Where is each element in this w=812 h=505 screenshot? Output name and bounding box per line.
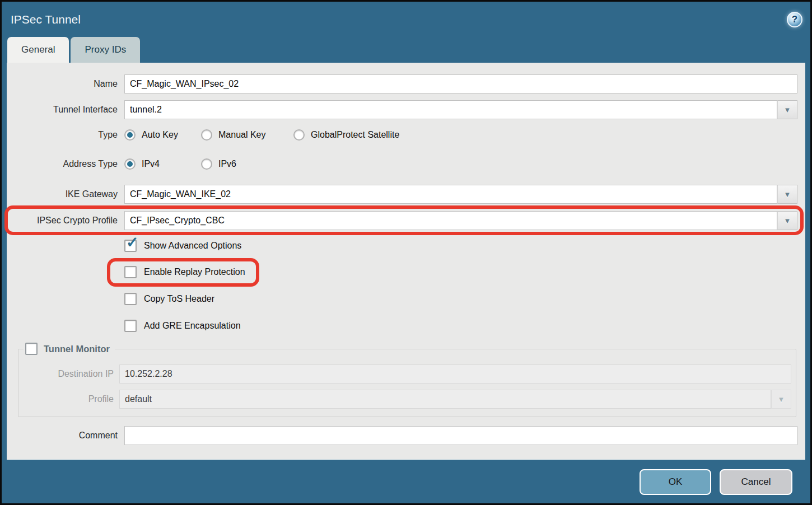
ike-gateway-dropdown-button[interactable]: ▼ (777, 185, 797, 204)
type-label: Type (7, 130, 118, 140)
ike-gateway-row: IKE Gateway ▼ (7, 185, 805, 204)
radio-manual-key-label: Manual Key (218, 130, 266, 140)
show-advanced-options-label: Show Advanced Options (144, 241, 241, 251)
address-type-label: Address Type (7, 159, 118, 169)
monitor-profile-dropdown-button: ▼ (771, 390, 791, 409)
comment-row: Comment (7, 426, 805, 445)
name-row: Name (7, 74, 805, 93)
dialog-title: IPSec Tunnel (11, 13, 81, 26)
show-advanced-options-row: ✓ Show Advanced Options (124, 239, 805, 252)
enable-replay-protection-label: Enable Replay Protection (144, 267, 245, 277)
add-gre-encapsulation-label: Add GRE Encapsulation (144, 321, 241, 331)
monitor-profile-input (119, 390, 771, 409)
radio-ipv4-label: IPv4 (142, 159, 160, 169)
dialog-footer: OK Cancel (2, 460, 810, 503)
type-row: Type Auto Key Manual Key GlobalProtect S… (7, 128, 805, 142)
tunnel-monitor-legend: ✓ Tunnel Monitor (24, 343, 115, 355)
destination-ip-input (119, 364, 791, 384)
ike-gateway-input[interactable] (124, 185, 777, 204)
tab-general[interactable]: General (7, 37, 69, 63)
copy-tos-header-label: Copy ToS Header (144, 294, 214, 304)
check-icon: ✓ (126, 235, 139, 250)
radio-button-icon[interactable] (201, 129, 212, 141)
copy-tos-header-checkbox[interactable]: ✓ (124, 293, 137, 305)
radio-auto-key[interactable]: Auto Key (124, 129, 201, 141)
name-input[interactable] (124, 74, 797, 93)
name-label: Name (7, 79, 118, 89)
comment-label: Comment (7, 431, 118, 441)
ipsec-crypto-profile-label: IPSec Crypto Profile (7, 216, 118, 226)
radio-globalprotect-satellite-label: GlobalProtect Satellite (311, 130, 399, 140)
tunnel-monitor-label: Tunnel Monitor (44, 344, 110, 354)
radio-ipv6[interactable]: IPv6 (201, 158, 236, 170)
radio-button-icon[interactable] (293, 129, 305, 141)
tunnel-interface-row: Tunnel Interface ▼ (7, 100, 805, 119)
dialog-titlebar: IPSec Tunnel ? (2, 2, 810, 37)
address-type-row: Address Type IPv4 IPv6 (7, 157, 805, 171)
general-tab-panel: Name Tunnel Interface ▼ Type Auto Key (7, 63, 805, 460)
chevron-down-icon: ▼ (784, 217, 791, 225)
show-advanced-options-checkbox[interactable]: ✓ (124, 240, 137, 252)
ike-gateway-label: IKE Gateway (7, 189, 118, 199)
ipsec-tunnel-dialog: IPSec Tunnel ? General Proxy IDs Name Tu… (0, 0, 812, 505)
tab-proxy-ids[interactable]: Proxy IDs (71, 37, 140, 63)
help-icon[interactable]: ? (787, 12, 802, 27)
add-gre-encapsulation-checkbox[interactable]: ✓ (124, 320, 137, 332)
radio-ipv4[interactable]: IPv4 (124, 158, 201, 170)
chevron-down-icon: ▼ (778, 395, 785, 404)
ipsec-crypto-profile-dropdown-button[interactable]: ▼ (777, 211, 797, 230)
ipsec-crypto-profile-input[interactable] (124, 211, 777, 230)
monitor-profile-label: Profile (18, 394, 114, 404)
chevron-down-icon: ▼ (784, 106, 791, 114)
chevron-down-icon: ▼ (784, 190, 791, 199)
tunnel-interface-dropdown-button[interactable]: ▼ (777, 100, 797, 119)
enable-replay-protection-row: ✓ Enable Replay Protection (124, 265, 805, 278)
tunnel-interface-input[interactable] (124, 100, 777, 119)
radio-auto-key-label: Auto Key (142, 130, 178, 140)
monitor-profile-row: Profile ▼ (18, 390, 791, 409)
radio-globalprotect-satellite[interactable]: GlobalProtect Satellite (293, 129, 399, 141)
radio-button-icon[interactable] (124, 129, 136, 141)
cancel-button[interactable]: Cancel (720, 469, 792, 495)
tab-bar: General Proxy IDs (2, 37, 810, 63)
radio-ipv6-label: IPv6 (218, 159, 236, 169)
radio-button-icon[interactable] (201, 158, 212, 170)
copy-tos-header-row: ✓ Copy ToS Header (124, 292, 805, 305)
ok-button[interactable]: OK (640, 469, 711, 495)
ipsec-crypto-profile-row: IPSec Crypto Profile ▼ (7, 211, 805, 230)
enable-replay-protection-checkbox[interactable]: ✓ (124, 266, 137, 278)
radio-button-icon[interactable] (124, 158, 136, 170)
destination-ip-row: Destination IP (18, 364, 791, 384)
radio-manual-key[interactable]: Manual Key (201, 129, 293, 141)
tunnel-interface-label: Tunnel Interface (7, 105, 118, 115)
add-gre-encapsulation-row: ✓ Add GRE Encapsulation (124, 319, 805, 332)
tunnel-monitor-checkbox[interactable]: ✓ (25, 343, 38, 355)
tunnel-monitor-group: ✓ Tunnel Monitor Destination IP Profile … (18, 343, 796, 417)
destination-ip-label: Destination IP (18, 369, 114, 379)
comment-input[interactable] (124, 426, 797, 445)
